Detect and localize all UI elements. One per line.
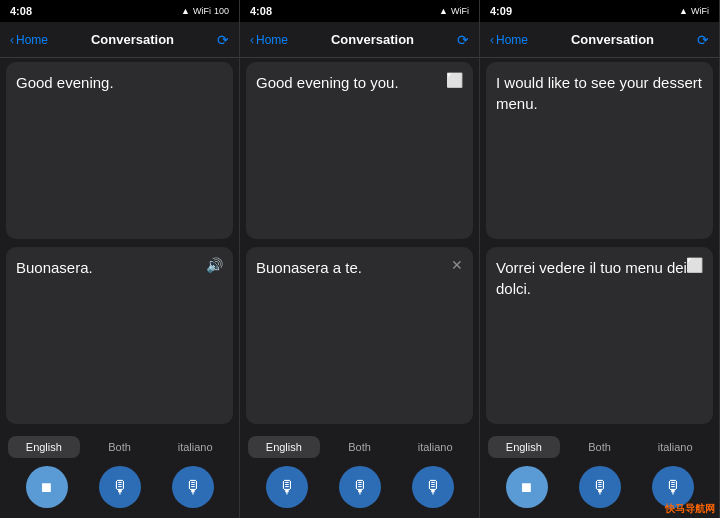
- battery-icon-1: 100: [214, 6, 229, 16]
- nav-bar-1: ‹ Home Conversation ⟳: [0, 22, 239, 58]
- mic-left-button-3[interactable]: 🎙: [579, 466, 621, 508]
- stop-icon-1: ■: [41, 477, 52, 498]
- stop-button-1[interactable]: ■: [26, 466, 68, 508]
- chevron-left-icon-2: ‹: [250, 33, 254, 47]
- nav-title-1: Conversation: [91, 32, 174, 47]
- status-icons-1: ▲ WiFi 100: [181, 6, 229, 16]
- speaker-icon-1[interactable]: 🔊: [206, 257, 223, 273]
- status-time-1: 4:08: [10, 5, 32, 17]
- back-label-1: Home: [16, 33, 48, 47]
- bottom-translation-text-2: Buonasera a te.: [256, 257, 463, 278]
- lang-english-1[interactable]: English: [8, 436, 80, 458]
- bottom-translation-panel-3: Vorrei vedere il tuo menu dei dolci. ⬜: [486, 247, 713, 424]
- watermark: 快马导航网: [665, 502, 715, 516]
- mic-icon-left-3: 🎙: [591, 477, 609, 498]
- lang-english-2[interactable]: English: [248, 436, 320, 458]
- bottom-translation-text-1: Buonasera.: [16, 257, 223, 278]
- wifi-icon-3: WiFi: [691, 6, 709, 16]
- status-icons-3: ▲ WiFi: [679, 6, 709, 16]
- mic-icon-left-2: 🎙: [278, 477, 296, 498]
- lang-italiano-1[interactable]: italiano: [159, 436, 231, 458]
- back-button-1[interactable]: ‹ Home: [10, 33, 48, 47]
- status-icons-2: ▲ WiFi: [439, 6, 469, 16]
- top-translation-text-3: I would like to see your dessert menu.: [496, 72, 703, 114]
- stop-icon-3: ■: [521, 477, 532, 498]
- top-translation-panel-2: Good evening to you. ⬜: [246, 62, 473, 239]
- back-button-2[interactable]: ‹ Home: [250, 33, 288, 47]
- bottom-translation-text-3: Vorrei vedere il tuo menu dei dolci.: [496, 257, 703, 299]
- back-button-3[interactable]: ‹ Home: [490, 33, 528, 47]
- translation-area-2: Good evening to you. ⬜ Buonasera a te. ✕: [240, 58, 479, 428]
- stop-icon-top-2[interactable]: ⬜: [446, 72, 463, 88]
- wifi-icon-1: WiFi: [193, 6, 211, 16]
- top-translation-panel-1: Good evening.: [6, 62, 233, 239]
- close-icon-2[interactable]: ✕: [451, 257, 463, 273]
- lang-both-1[interactable]: Both: [84, 436, 156, 458]
- lang-italiano-3[interactable]: italiano: [639, 436, 711, 458]
- stop-icon-bottom-3[interactable]: ⬜: [686, 257, 703, 273]
- translation-area-1: Good evening. Buonasera. 🔊: [0, 58, 239, 428]
- phone-panel-3: 4:09 ▲ WiFi ‹ Home Conversation ⟳ I woul…: [480, 0, 720, 518]
- bottom-translation-panel-1: Buonasera. 🔊: [6, 247, 233, 424]
- lang-both-2[interactable]: Both: [324, 436, 396, 458]
- mic-right-button-1[interactable]: 🎙: [172, 466, 214, 508]
- mic-right-button-2[interactable]: 🎙: [412, 466, 454, 508]
- mic-buttons-1: ■ 🎙 🎙: [0, 462, 239, 512]
- language-tabs-2: English Both italiano: [240, 432, 479, 462]
- lang-both-3[interactable]: Both: [564, 436, 636, 458]
- mic-icon-left-1: 🎙: [111, 477, 129, 498]
- stop-button-3[interactable]: ■: [506, 466, 548, 508]
- mic-buttons-2: 🎙 🎙 🎙: [240, 462, 479, 512]
- nav-bar-2: ‹ Home Conversation ⟳: [240, 22, 479, 58]
- status-time-3: 4:09: [490, 5, 512, 17]
- signal-icon-3: ▲: [679, 6, 688, 16]
- bottom-controls-1: English Both italiano ■ 🎙 🎙: [0, 428, 239, 518]
- signal-icon-2: ▲: [439, 6, 448, 16]
- translation-area-3: I would like to see your dessert menu. V…: [480, 58, 719, 428]
- nav-bar-3: ‹ Home Conversation ⟳: [480, 22, 719, 58]
- mic-icon-right-1: 🎙: [184, 477, 202, 498]
- notch-1: [90, 0, 150, 18]
- nav-action-icon-1[interactable]: ⟳: [217, 32, 229, 48]
- back-label-2: Home: [256, 33, 288, 47]
- mic-icon-right-3: 🎙: [664, 477, 682, 498]
- mic-icon-mid-2: 🎙: [351, 477, 369, 498]
- nav-action-icon-2[interactable]: ⟳: [457, 32, 469, 48]
- phone-panel-1: 4:08 ▲ WiFi 100 ‹ Home Conversation ⟳ Go…: [0, 0, 240, 518]
- chevron-left-icon-3: ‹: [490, 33, 494, 47]
- top-translation-text-2: Good evening to you.: [256, 72, 463, 93]
- lang-italiano-2[interactable]: italiano: [399, 436, 471, 458]
- mic-left-button-1[interactable]: 🎙: [99, 466, 141, 508]
- nav-title-2: Conversation: [331, 32, 414, 47]
- bottom-translation-panel-2: Buonasera a te. ✕: [246, 247, 473, 424]
- language-tabs-3: English Both italiano: [480, 432, 719, 462]
- signal-icon-1: ▲: [181, 6, 190, 16]
- notch-3: [570, 0, 630, 18]
- bottom-controls-2: English Both italiano 🎙 🎙 🎙: [240, 428, 479, 518]
- chevron-left-icon-1: ‹: [10, 33, 14, 47]
- language-tabs-1: English Both italiano: [0, 432, 239, 462]
- back-label-3: Home: [496, 33, 528, 47]
- wifi-icon-2: WiFi: [451, 6, 469, 16]
- nav-action-icon-3[interactable]: ⟳: [697, 32, 709, 48]
- phone-panel-2: 4:08 ▲ WiFi ‹ Home Conversation ⟳ Good e…: [240, 0, 480, 518]
- nav-title-3: Conversation: [571, 32, 654, 47]
- mic-left-button-2[interactable]: 🎙: [266, 466, 308, 508]
- top-translation-text-1: Good evening.: [16, 72, 223, 93]
- lang-english-3[interactable]: English: [488, 436, 560, 458]
- top-translation-panel-3: I would like to see your dessert menu.: [486, 62, 713, 239]
- status-time-2: 4:08: [250, 5, 272, 17]
- notch-2: [330, 0, 390, 18]
- mic-icon-right-2: 🎙: [424, 477, 442, 498]
- mic-mid-button-2[interactable]: 🎙: [339, 466, 381, 508]
